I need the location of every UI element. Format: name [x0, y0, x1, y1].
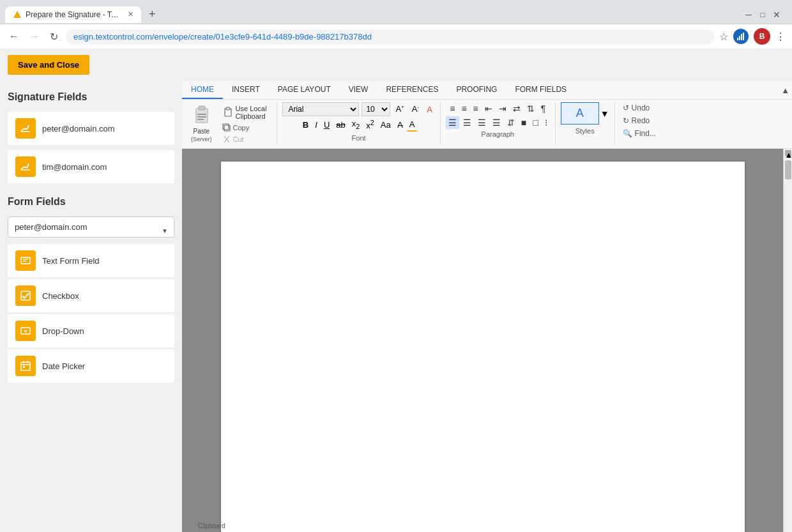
form-fields-dropdown[interactable]: peter@domain.com tim@domain.com [8, 217, 174, 238]
ribbon-tab-proofing[interactable]: PROOFING [447, 81, 506, 99]
tab-close-btn[interactable]: ✕ [128, 10, 133, 19]
line-spacing-button[interactable]: ⇵ [505, 116, 517, 129]
form-field-datepicker[interactable]: Date Picker [8, 349, 174, 383]
copy-button[interactable]: Copy [220, 123, 270, 133]
ltr-button[interactable]: ⇄ [510, 102, 523, 115]
vertical-scrollbar[interactable]: ▲ [783, 149, 792, 532]
sig-field-tim[interactable]: tim@domain.com [8, 150, 174, 183]
svg-rect-4 [743, 33, 744, 40]
cast-icon[interactable] [733, 29, 749, 44]
form-field-icon-checkbox [15, 285, 36, 306]
browser-chrome: Prepare the Signature - Text Com ✕ + ─ □… [0, 0, 792, 49]
svg-rect-21 [197, 119, 204, 120]
sig-field-peter[interactable]: peter@domain.com [8, 112, 174, 145]
active-tab[interactable]: Prepare the Signature - Text Com ✕ [5, 6, 141, 23]
use-local-clipboard-button[interactable]: Use LocalClipboard [220, 103, 270, 121]
form-field-checkbox[interactable]: Checkbox [8, 279, 174, 313]
show-marks-button[interactable]: ¶ [538, 102, 549, 115]
doc-scroll-area[interactable] [182, 149, 783, 532]
ribbon-tab-view[interactable]: VIEW [340, 81, 377, 99]
address-input[interactable] [66, 29, 714, 44]
svg-rect-2 [739, 36, 740, 40]
align-left-button[interactable]: ☰ [446, 116, 459, 129]
shading-button[interactable]: ■ [519, 116, 529, 129]
minimize-btn[interactable]: ─ [743, 10, 754, 20]
profile-button[interactable]: B [754, 28, 770, 45]
highlight-color-button[interactable]: A [424, 103, 435, 116]
ribbon-tab-formfields[interactable]: FORM FIELDS [506, 81, 575, 99]
ribbon-tab-home[interactable]: HOME [182, 81, 223, 99]
svg-rect-20 [197, 116, 206, 118]
maximize-btn[interactable]: □ [758, 10, 768, 20]
superscript-button[interactable]: x2 [363, 118, 377, 132]
cut-button[interactable]: Cut [220, 134, 270, 144]
font-family-select[interactable]: Arial [282, 102, 359, 116]
find-label: Find... [635, 129, 656, 138]
form-field-text[interactable]: Text Form Field [8, 244, 174, 278]
form-field-dropdown[interactable]: Drop-Down [8, 314, 174, 348]
decrease-indent-button[interactable]: ⇤ [482, 102, 495, 115]
back-button[interactable]: ← [6, 29, 22, 43]
ribbon-tab-references[interactable]: REFERENCES [377, 81, 447, 99]
find-button[interactable]: 🔍 Find... [620, 128, 659, 139]
cut-icon [222, 135, 231, 144]
svg-rect-12 [21, 362, 30, 370]
border-button[interactable]: □ [530, 116, 540, 129]
bookmark-icon[interactable]: ☆ [719, 31, 728, 43]
new-tab-button[interactable]: + [144, 5, 161, 24]
para-group-label: Paragraph [482, 130, 514, 138]
document-page [221, 162, 745, 532]
font-size-select[interactable]: 10 [362, 102, 390, 116]
multilevel-list-button[interactable]: ≡ [471, 102, 481, 115]
grow-font-button[interactable]: A+ [393, 103, 406, 115]
scroll-up-arrow[interactable]: ▲ [785, 150, 791, 156]
form-field-icon-dropdown [15, 321, 36, 341]
copy-label: Copy [233, 124, 250, 132]
forward-button[interactable]: → [27, 29, 42, 43]
bold-button[interactable]: B [300, 119, 311, 131]
close-btn[interactable]: ✕ [772, 10, 782, 20]
sig-field-icon-peter [15, 118, 36, 139]
ordered-list-button[interactable]: ≡ [459, 102, 469, 115]
ribbon-collapse-btn[interactable]: ▲ [779, 81, 792, 99]
increase-indent-button[interactable]: ⇥ [496, 102, 509, 115]
svg-rect-25 [223, 124, 229, 130]
redo-button[interactable]: ↻ Redo [620, 115, 653, 126]
underline-button[interactable]: U [321, 119, 332, 131]
char-shading-button[interactable]: A̶ [395, 119, 406, 131]
reload-button[interactable]: ↻ [47, 29, 61, 44]
sig-field-label-peter: peter@domain.com [42, 124, 115, 133]
styles-dropdown-button[interactable]: ▼ [600, 109, 609, 119]
use-local-label: Use LocalClipboard [236, 105, 267, 120]
paste-label: Paste(Server) [191, 128, 212, 143]
browser-menu-button[interactable]: ⋮ [775, 31, 786, 43]
save-close-button[interactable]: Save and Close [8, 55, 89, 75]
ribbon-tab-pagelayout[interactable]: PAGE LAYOUT [269, 81, 340, 99]
form-fields-section: Form Fields peter@domain.com tim@domain.… [8, 196, 174, 383]
font-group-label: Font [352, 134, 366, 142]
shrink-font-button[interactable]: A- [409, 103, 422, 115]
rtl-button[interactable]: ⇅ [524, 102, 537, 115]
cut-label: Cut [233, 135, 244, 143]
font-color-button[interactable]: A [407, 118, 418, 132]
undo-button[interactable]: ↺ Undo [620, 102, 653, 114]
columns-button[interactable]: ⁝ [542, 116, 550, 129]
subscript-button[interactable]: x2 [349, 118, 363, 132]
strikethrough-button[interactable]: ab [333, 119, 347, 131]
svg-rect-23 [226, 107, 230, 110]
ribbon-tabs: HOME INSERT PAGE LAYOUT VIEW REFERENCES … [182, 81, 792, 100]
ribbon-tab-insert[interactable]: INSERT [223, 81, 269, 99]
form-fields-title: Form Fields [8, 196, 174, 208]
styles-group-label: Styles [575, 127, 595, 135]
svg-rect-18 [199, 106, 205, 110]
italic-button[interactable]: I [312, 119, 320, 131]
styles-display: A [561, 102, 599, 125]
align-justify-button[interactable]: ☰ [490, 116, 503, 129]
sig-field-icon-tim [15, 156, 36, 177]
case-button[interactable]: Aa [378, 119, 393, 131]
align-center-button[interactable]: ☰ [461, 116, 474, 129]
unordered-list-button[interactable]: ≡ [447, 102, 457, 115]
scroll-thumb[interactable] [785, 160, 791, 179]
align-right-button[interactable]: ☰ [475, 116, 489, 129]
paste-button[interactable]: Paste(Server) [187, 102, 216, 146]
